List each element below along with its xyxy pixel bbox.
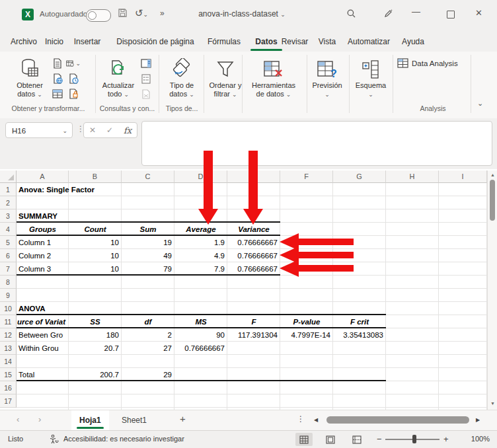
cell-B6[interactable]: 10 <box>69 249 122 262</box>
sheet-tab-sheet1[interactable]: Sheet1 <box>114 410 155 430</box>
cell-B11[interactable]: SS <box>69 315 122 328</box>
add-sheet-button[interactable]: + <box>180 413 186 424</box>
row-header-17[interactable]: 17 <box>0 394 17 408</box>
column-header-H[interactable]: H <box>386 170 439 183</box>
cell-G12[interactable]: 3.35413083 <box>333 328 386 342</box>
from-web-icon[interactable] <box>50 72 65 85</box>
row-header-4[interactable]: 4 <box>0 223 17 236</box>
cell-E7[interactable]: 0.76666667 <box>227 262 280 276</box>
document-title[interactable]: anova-in-class-dataset ⌄ <box>169 9 315 19</box>
cell-C13[interactable]: 27 <box>122 342 174 355</box>
draw-pencil-icon[interactable] <box>383 9 393 19</box>
row-header-2[interactable]: 2 <box>0 196 17 209</box>
ribbon-tab-insertar[interactable]: Insertar <box>69 34 106 50</box>
cell-A6[interactable]: Column 2 <box>17 249 69 262</box>
view-normal-button[interactable] <box>295 433 313 446</box>
zoom-out-button[interactable]: − <box>377 434 382 444</box>
ribbon-tab-archivo[interactable]: Archivo <box>8 34 40 50</box>
row-header-5[interactable]: 5 <box>0 236 17 249</box>
vertical-scrollbar[interactable]: ▲ ▼ <box>487 170 497 410</box>
row-header-12[interactable]: 12 <box>0 328 17 342</box>
cell-B12[interactable]: 180 <box>69 328 122 342</box>
enter-icon[interactable]: ✓ <box>106 126 113 135</box>
row-header-1[interactable]: 1 <box>0 183 17 196</box>
sort-filter-button[interactable]: Ordenar yfiltrar ⌄ <box>206 56 245 99</box>
cell-B7[interactable]: 10 <box>69 262 122 276</box>
cell-A12[interactable]: Between Gro <box>17 328 69 342</box>
cell-C12[interactable]: 2 <box>122 328 174 342</box>
ribbon-tab-vista[interactable]: Vista <box>313 34 342 50</box>
cell-D11[interactable]: MS <box>174 315 227 328</box>
data-type-button[interactable]: Tipo dedatos ⌄ <box>163 56 201 99</box>
data-analysis-button[interactable]: Data Analysis <box>397 58 458 68</box>
cell-A3[interactable]: SUMMARY <box>17 209 69 223</box>
cell-C7[interactable]: 79 <box>122 262 174 276</box>
recent-sources-icon[interactable] <box>66 72 81 85</box>
queries-pane-icon[interactable] <box>139 57 153 70</box>
forecast-button[interactable]: ? Previsión⌄ <box>308 56 346 99</box>
column-header-D[interactable]: D <box>174 170 227 183</box>
cell-D5[interactable]: 1.9 <box>174 236 227 249</box>
outline-button[interactable]: Esquema⌄ <box>352 56 390 99</box>
cell-G11[interactable]: F crit <box>333 315 386 328</box>
cancel-icon[interactable]: ✕ <box>89 126 96 135</box>
data-tools-button[interactable]: Herramientasde datos ⌄ <box>250 56 297 99</box>
ribbon-tab-disposici-n-de-p-gina[interactable]: Disposición de página <box>108 34 203 50</box>
from-table-range-icon[interactable] <box>50 87 65 100</box>
insert-function-icon[interactable]: fx <box>124 126 132 135</box>
column-header-C[interactable]: C <box>122 170 174 183</box>
scroll-up-icon[interactable]: ▲ <box>490 172 495 177</box>
cell-A1[interactable]: Anova: Single Factor <box>17 183 69 196</box>
cell-A7[interactable]: Column 3 <box>17 262 69 276</box>
existing-connections-icon[interactable] <box>66 87 81 100</box>
column-header-A[interactable]: A <box>17 170 69 183</box>
view-page-break-button[interactable] <box>348 433 365 446</box>
ribbon-tab-f-rmulas[interactable]: Fórmulas <box>203 34 245 50</box>
row-header-8[interactable]: 8 <box>0 276 17 289</box>
sheet-nav-prev-icon[interactable]: ‹ <box>17 414 19 424</box>
row-header-16[interactable]: 16 <box>0 381 17 394</box>
save-icon[interactable] <box>118 8 128 18</box>
cell-C15[interactable]: 29 <box>122 368 174 381</box>
autosave-toggle[interactable] <box>86 9 111 22</box>
name-box-chevron-icon[interactable]: ⌄ <box>62 123 67 139</box>
cell-E6[interactable]: 0.76666667 <box>227 249 280 262</box>
cell-A13[interactable]: Within Grou <box>17 342 69 355</box>
row-header-15[interactable]: 15 <box>0 368 17 381</box>
select-all-corner[interactable] <box>0 170 17 183</box>
accessibility-status[interactable]: Accesibilidad: es necesario investigar <box>63 435 184 443</box>
view-page-layout-button[interactable] <box>322 433 339 446</box>
get-data-button[interactable]: Obtenerdatos ⌄ <box>11 56 49 99</box>
vertical-scrollbar-thumb[interactable] <box>490 180 495 221</box>
column-header-F[interactable]: F <box>280 170 333 183</box>
zoom-level[interactable]: 100% <box>461 435 490 443</box>
cell-E12[interactable]: 117.391304 <box>227 328 280 342</box>
cell-E11[interactable]: F <box>227 315 280 328</box>
horizontal-scrollbar-thumb[interactable] <box>326 416 469 424</box>
row-header-10[interactable]: 10 <box>0 302 17 315</box>
hscroll-left-icon[interactable]: ◀ <box>314 417 318 423</box>
column-header-I[interactable]: I <box>439 170 487 183</box>
ribbon-tab-inicio[interactable]: Inicio <box>40 34 69 50</box>
cell-D13[interactable]: 0.76666667 <box>174 342 227 355</box>
zoom-slider-thumb[interactable] <box>412 435 416 443</box>
cell-F11[interactable]: P-value <box>280 315 333 328</box>
zoom-in-button[interactable]: + <box>443 434 449 444</box>
column-header-B[interactable]: B <box>69 170 122 183</box>
cell-B5[interactable]: 10 <box>69 236 122 249</box>
ribbon-tab-automatizar[interactable]: Automatizar <box>341 34 397 50</box>
refresh-all-button[interactable]: Actualizartodo ⌄ <box>99 56 137 99</box>
name-box[interactable]: H16 ⌄ <box>5 122 73 138</box>
cell-C5[interactable]: 19 <box>122 236 174 249</box>
more-commands-icon[interactable]: » <box>160 9 165 18</box>
sheet-tab-hoja1[interactable]: Hoja1 <box>71 410 109 430</box>
row-header-9[interactable]: 9 <box>0 289 17 302</box>
cell-D6[interactable]: 4.9 <box>174 249 227 262</box>
column-header-G[interactable]: G <box>333 170 386 183</box>
excel-logo-icon[interactable]: X <box>22 9 34 20</box>
cell-D12[interactable]: 90 <box>174 328 227 342</box>
row-header-13[interactable]: 13 <box>0 342 17 355</box>
close-button[interactable]: ✕ <box>475 8 482 18</box>
undo-icon[interactable]: ↺⌄ <box>135 7 148 19</box>
ribbon-tab-ayuda[interactable]: Ayuda <box>397 34 430 50</box>
